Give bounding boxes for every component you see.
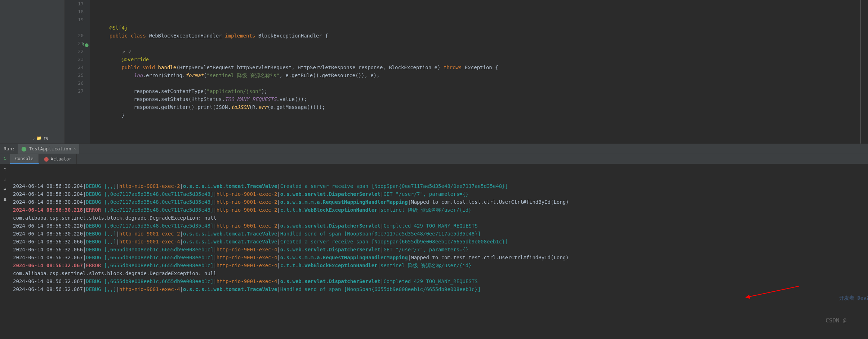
gutter-line[interactable]: 24 xyxy=(65,63,84,71)
console-output[interactable]: 2024-06-14 08:56:30.204|DEBUG [,,]|http-… xyxy=(10,164,868,339)
log-timestamp: 2024-06-14 08:56:32.067 xyxy=(13,263,83,268)
log-line[interactable]: 2024-06-14 08:56:30.204|DEBUG [,,]|http-… xyxy=(13,182,865,190)
log-thread: http-nio-9001-exec-4 xyxy=(217,263,277,268)
log-line[interactable]: 2024-06-14 08:56:32.067|ERROR [,6655db9e… xyxy=(13,261,865,269)
wrap-icon[interactable]: ↩ xyxy=(2,186,8,192)
code-token: @Override xyxy=(121,57,149,62)
gutter-line[interactable]: 23 xyxy=(65,56,84,63)
log-message: sentinel 降级 资源名称/user/{id} xyxy=(380,263,472,268)
code-token: } xyxy=(121,112,124,118)
gutter-line[interactable] xyxy=(65,24,84,32)
log-line[interactable]: com.alibaba.csp.sentinel.slots.block.deg… xyxy=(13,214,865,222)
scroll-icon[interactable]: ⇊ xyxy=(2,196,8,202)
log-line[interactable]: 2024-06-14 08:56:30.218|ERROR [,0ee7117a… xyxy=(13,206,865,214)
code-token: public class xyxy=(110,33,149,39)
gutter-line[interactable]: 20 xyxy=(65,32,84,40)
run-label: Run: xyxy=(4,146,15,151)
tab-console[interactable]: Console xyxy=(10,154,39,164)
code-editor[interactable]: @Slf4j public class WebBlockExceptionHan… xyxy=(90,0,868,144)
gutter-line[interactable]: 21I⬤ xyxy=(65,40,84,48)
up-icon[interactable]: ↑ xyxy=(2,166,8,172)
down-icon[interactable]: ↓ xyxy=(2,176,8,182)
tree-item[interactable]: ⌄ 📁 re xyxy=(32,136,49,141)
log-message: Handled send of span [NoopSpan{0ee7117ae… xyxy=(280,231,481,237)
tree-label: re xyxy=(43,136,48,141)
code-token: (HttpServletRequest httpServletRequest, … xyxy=(176,65,444,70)
log-line[interactable]: 2024-06-14 08:56:30.204|DEBUG [,0ee7117a… xyxy=(13,198,865,206)
code-token: response.setStatus(HttpStatus. xyxy=(134,96,225,102)
log-logger: o.s.web.servlet.DispatcherServlet xyxy=(280,247,380,252)
run-side-toolbar-left: ↻ 🔧 ■ 🐞 📷 🖶 ▤ 📌 xyxy=(0,154,10,164)
gutter-line[interactable]: 26 xyxy=(65,79,84,87)
log-level: DEBUG xyxy=(86,191,101,197)
log-message: sentinel 降级 资源名称/user/{id} xyxy=(380,207,472,213)
log-thread: http-nio-9001-exec-2 xyxy=(217,207,277,213)
run-header: Run: ⬤ TestApplication × xyxy=(0,144,868,154)
log-trace: [,6655db9e008eeb1c,6655db9e008eeb1c] xyxy=(104,278,213,284)
code-line[interactable]: response.setStatus(HttpStatus.TOO_MANY_R… xyxy=(97,95,868,103)
log-logger: o.s.c.s.i.web.tomcat.TraceValve xyxy=(183,286,277,292)
project-tree[interactable]: ⌄ 📁 re xyxy=(0,0,65,144)
log-thread: http-nio-9001-exec-2 xyxy=(119,183,180,189)
code-token: implements xyxy=(222,33,258,39)
margin-line xyxy=(860,0,861,144)
log-line[interactable]: 2024-06-14 08:56:32.067|DEBUG [,6655db9e… xyxy=(13,277,865,285)
folder-icon: 📁 xyxy=(36,136,42,141)
code-line[interactable]: response.getWriter().print(JSON.toJSON(R… xyxy=(97,103,868,111)
log-level: DEBUG xyxy=(86,183,101,189)
log-thread: http-nio-9001-exec-4 xyxy=(217,255,277,260)
code-token: WebBlockExceptionHandler xyxy=(149,33,222,39)
code-line[interactable]: response.setContentType("application/jso… xyxy=(97,87,868,95)
log-level: DEBUG xyxy=(86,278,101,284)
log-line[interactable]: 2024-06-14 08:56:32.066|DEBUG [,,]|http-… xyxy=(13,238,865,246)
code-line[interactable]: public void handle(HttpServletRequest ht… xyxy=(97,63,868,71)
log-message: Mapped to com.test.test.ctrl.UserCtrl#fi… xyxy=(411,199,569,205)
tab-actuator[interactable]: ⬤ Actuator xyxy=(39,154,77,164)
log-line[interactable]: 2024-06-14 08:56:30.220|DEBUG [,0ee7117a… xyxy=(13,222,865,230)
close-icon[interactable]: × xyxy=(74,146,76,151)
log-logger: o.s.web.servlet.DispatcherServlet xyxy=(280,278,380,284)
log-line[interactable]: 2024-06-14 08:56:32.067|DEBUG [,,]|http-… xyxy=(13,285,865,293)
log-trace: [,,] xyxy=(104,231,116,237)
log-line[interactable]: com.alibaba.csp.sentinel.slots.block.deg… xyxy=(13,269,865,277)
log-timestamp: 2024-06-14 08:56:30.204 xyxy=(13,191,83,197)
code-line[interactable]: @Override xyxy=(97,56,868,63)
code-token: public void xyxy=(121,65,158,70)
code-line[interactable]: public class WebBlockExceptionHandler im… xyxy=(97,32,868,40)
log-line[interactable]: 2024-06-14 08:56:30.204|DEBUG [,0ee7117a… xyxy=(13,190,865,198)
gutter-line[interactable]: 18 xyxy=(65,8,84,16)
run-config-tab[interactable]: ⬤ TestApplication × xyxy=(18,144,79,154)
logo-overlay: 开发者 DevZe.CoM xyxy=(839,294,864,308)
code-line[interactable]: ↗ ∨ xyxy=(97,48,868,56)
log-timestamp: 2024-06-14 08:56:32.067 xyxy=(13,286,83,292)
code-token: response.setContentType( xyxy=(134,88,206,94)
code-token: .value()); xyxy=(276,96,307,102)
log-level: DEBUG xyxy=(86,247,101,252)
gutter-line[interactable]: 17 xyxy=(65,0,84,8)
code-token: "application/json" xyxy=(206,88,261,94)
log-timestamp: 2024-06-14 08:56:30.204 xyxy=(13,183,83,189)
gutter-line[interactable]: 27 xyxy=(65,87,84,95)
log-line[interactable]: 2024-06-14 08:56:30.220|DEBUG [,,]|http-… xyxy=(13,230,865,238)
log-message: Created a server receive span [NoopSpan{… xyxy=(280,183,508,189)
log-level: DEBUG xyxy=(86,286,101,292)
watermark: CSDN @ xyxy=(825,317,846,325)
log-thread: http-nio-9001-exec-4 xyxy=(119,239,180,245)
log-message: GET "/user/7", parameters={} xyxy=(383,247,468,252)
gutter-line[interactable]: 25 xyxy=(65,71,84,79)
rerun-icon[interactable]: ↻ xyxy=(2,155,8,161)
log-timestamp: 2024-06-14 08:56:32.067 xyxy=(13,278,83,284)
code-line[interactable]: log.error(String.format("sentinel 降级 资源名… xyxy=(97,71,868,79)
log-line[interactable]: 2024-06-14 08:56:32.066|DEBUG [,6655db9e… xyxy=(13,246,865,254)
log-timestamp: 2024-06-14 08:56:32.066 xyxy=(13,239,83,245)
log-logger: c.t.t.h.WebBlockExceptionHandler xyxy=(280,263,378,268)
gutter-line[interactable]: 22 xyxy=(65,48,84,56)
code-token: ↗ ∨ xyxy=(121,49,130,54)
code-line[interactable] xyxy=(97,40,868,48)
code-line[interactable] xyxy=(97,79,868,87)
gutter-line[interactable]: 19 xyxy=(65,16,84,24)
code-token: log xyxy=(134,72,143,78)
code-line[interactable]: @Slf4j xyxy=(97,24,868,32)
log-line[interactable]: 2024-06-14 08:56:32.067|DEBUG [,6655db9e… xyxy=(13,254,865,261)
code-line[interactable]: } xyxy=(97,111,868,119)
